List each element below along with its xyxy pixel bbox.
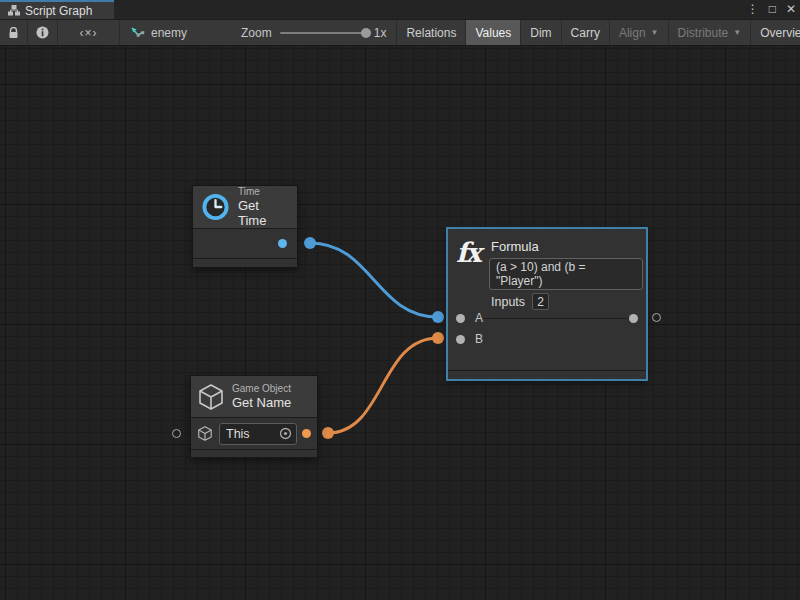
maximize-icon[interactable]: □	[769, 0, 776, 19]
target-object-field[interactable]: This	[219, 423, 297, 445]
window-menu-icon[interactable]: ⋮	[747, 0, 759, 19]
inputs-label: Inputs	[491, 295, 525, 309]
port-b-label: B	[475, 332, 483, 346]
tab-title: Script Graph	[25, 4, 92, 18]
formula-output-ring[interactable]	[652, 313, 661, 322]
node-category: Time	[238, 186, 289, 198]
info-button[interactable]	[28, 20, 58, 45]
inputs-count-field[interactable]: 2	[532, 293, 549, 310]
get-time-footer	[193, 258, 297, 266]
node-title: Get Time	[238, 198, 289, 228]
carry-toggle[interactable]: Carry	[562, 20, 610, 45]
get-name-target-input-ring[interactable]	[172, 429, 181, 438]
formula-expression-input[interactable]: (a > 10) and (b = "Player")	[489, 258, 643, 290]
formula-footer	[448, 370, 646, 379]
overview-button[interactable]: Overview	[751, 20, 800, 45]
graph-name: enemy	[151, 26, 187, 40]
graph-breadcrumb[interactable]: enemy	[120, 20, 197, 45]
port-a-label: A	[475, 311, 483, 325]
wire-endpoint-blue-end	[432, 311, 444, 323]
graph-asset-icon	[130, 26, 145, 40]
chevron-down-icon: ▼	[733, 28, 741, 37]
script-graph-window: Script Graph ⋮ □ ✕ ‹×› enemy Zoom 1x Rel…	[0, 0, 800, 600]
connections-layer	[0, 46, 800, 600]
get-time-output-port[interactable]	[278, 239, 287, 248]
relations-toggle[interactable]: Relations	[397, 20, 466, 45]
get-name-footer	[191, 449, 317, 457]
zoom-slider[interactable]	[280, 32, 366, 34]
game-object-mini-cube-icon	[197, 425, 213, 442]
node-title: Formula	[491, 239, 539, 254]
zoom-value: 1x	[374, 26, 387, 40]
get-name-header: Game Object Get Name	[191, 376, 317, 418]
expression-line-2: "Player")	[496, 274, 636, 288]
clock-icon	[201, 192, 230, 222]
values-toggle[interactable]: Values	[466, 20, 521, 45]
distribute-dropdown[interactable]: Distribute ▼	[669, 20, 752, 45]
formula-input-port-b[interactable]	[456, 335, 465, 344]
zoom-slider-handle[interactable]	[361, 28, 371, 38]
zoom-label: Zoom	[241, 26, 272, 40]
edit-code-button[interactable]: ‹×›	[58, 20, 120, 45]
get-name-body: This	[191, 418, 317, 449]
expression-line-1: (a > 10) and (b =	[496, 260, 636, 274]
wire-gettime-to-formula-a[interactable]	[310, 243, 438, 317]
graph-canvas[interactable]: Time Get Time fx Formula (a > 10) and (b…	[0, 46, 800, 600]
tab-script-graph[interactable]: Script Graph	[0, 0, 114, 19]
target-value: This	[226, 427, 250, 441]
formula-output-port[interactable]	[629, 314, 638, 323]
graph-hierarchy-icon	[8, 5, 20, 16]
node-formula[interactable]: fx Formula (a > 10) and (b = "Player") I…	[447, 228, 647, 380]
wire-endpoint-blue-start	[304, 237, 316, 249]
formula-inputs-row: Inputs 2	[491, 293, 549, 310]
align-dropdown[interactable]: Align ▼	[610, 20, 669, 45]
code-icon: ‹×›	[80, 26, 98, 40]
align-label: Align	[619, 26, 646, 40]
get-time-header: Time Get Time	[193, 186, 297, 229]
get-time-body	[193, 229, 297, 258]
formula-fx-icon: fx	[456, 237, 480, 268]
zoom-control: Zoom 1x	[197, 20, 397, 45]
wire-endpoint-orange-end	[432, 332, 444, 344]
tab-bar: Script Graph ⋮ □ ✕	[0, 0, 800, 19]
get-name-output-port[interactable]	[302, 429, 311, 438]
close-icon[interactable]: ✕	[786, 0, 796, 19]
wire-endpoint-orange-start	[322, 427, 334, 439]
formula-input-port-a[interactable]	[456, 314, 465, 323]
relation-line-a-to-output	[484, 318, 634, 319]
game-object-cube-icon	[197, 382, 225, 412]
lock-icon	[8, 27, 19, 39]
info-icon	[36, 26, 49, 39]
object-picker-icon[interactable]	[279, 427, 292, 440]
window-controls: ⋮ □ ✕	[747, 0, 796, 19]
dim-toggle[interactable]: Dim	[521, 20, 561, 45]
wire-getname-to-formula-b[interactable]	[328, 338, 438, 433]
lock-button[interactable]	[0, 20, 28, 45]
node-get-time[interactable]: Time Get Time	[192, 185, 298, 268]
graph-toolbar: ‹×› enemy Zoom 1x Relations Values Dim C…	[0, 19, 800, 46]
node-title: Get Name	[232, 395, 291, 410]
node-get-name[interactable]: Game Object Get Name This	[190, 375, 318, 458]
chevron-down-icon: ▼	[651, 28, 659, 37]
node-category: Game Object	[232, 383, 291, 395]
distribute-label: Distribute	[678, 26, 729, 40]
